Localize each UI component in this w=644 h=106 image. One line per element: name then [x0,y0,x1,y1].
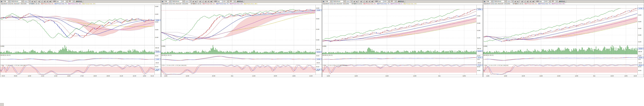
contract-month-value: 11/12 [508,1,511,2]
chart-canvas[interactable]: 11/2511/2811/2911/30Dec12/028,6508,5508,… [322,5,483,77]
chart-window-icon: ▦ [484,1,486,2]
svg-text:11/30: 11/30 [164,75,167,77]
bar-chart-button[interactable]: ▤ [204,1,207,3]
chevron-down-icon[interactable]: ▼ [8,1,10,3]
market-select[interactable]: 先物 ▼ [164,1,171,3]
chevron-down-icon[interactable]: ▼ [394,1,396,3]
svg-text:80.00: 80.00 [638,66,642,67]
symbol-select[interactable]: 日経225mini ▼ [10,1,24,3]
chart-settings-button[interactable]: ▣ [210,1,212,3]
symbol-select[interactable]: 日経225mini ▼ [332,1,346,3]
mode-select[interactable]: 通常 ▼ [551,1,558,3]
period-range-button[interactable]: 横期間指定 [558,1,566,3]
candlestick-chart-button[interactable]: ▮ [521,1,523,3]
chevron-down-icon[interactable]: ▼ [350,1,352,3]
contract-month-select[interactable]: 11/12 ▼ [185,1,192,3]
next-button[interactable]: ▶ [34,1,36,3]
mode-select[interactable]: 通常 ▼ [68,1,74,3]
chevron-down-icon[interactable]: ▼ [233,1,236,3]
bar-chart-button[interactable]: ▤ [44,1,46,3]
timeframe-select[interactable]: 60分 ▼ [544,1,551,3]
window-fragment [0,103,4,106]
svg-text:12:30: 12:30 [309,75,312,77]
grid-toggle-button[interactable]: ⊞ [207,1,210,3]
bars-count-input[interactable] [378,1,383,3]
svg-text:11/25: 11/25 [327,75,330,77]
svg-text:-45.00: -45.00 [477,62,481,63]
grid-toggle-button[interactable]: ⊞ [368,1,370,3]
svg-text:16:30: 16:30 [522,75,525,77]
chevron-down-icon[interactable]: ▼ [189,1,191,3]
chart-canvas[interactable]: 11/2511/2816:3011/2916:3011/30Dec16:3012… [483,5,644,77]
chevron-down-icon[interactable]: ▼ [226,1,229,3]
candlestick-chart-button[interactable]: ▮ [360,1,362,3]
candlestick-chart-button[interactable]: ▮ [199,1,201,3]
bars-count-input[interactable] [217,1,222,3]
chevron-down-icon[interactable]: ▼ [511,1,513,3]
svg-text:8,650: 8,650 [638,14,642,16]
market-select[interactable]: 先物 ▼ [325,1,332,3]
svg-text:8,745: 8,745 [639,8,642,9]
chevron-down-icon[interactable]: ▼ [491,1,493,3]
chevron-down-icon[interactable]: ▼ [169,1,171,3]
chevron-down-icon[interactable]: ▼ [66,1,68,3]
line-chart-button[interactable]: ╱ [524,1,526,3]
chart-settings-button[interactable]: ▣ [371,1,373,3]
symbol-select[interactable]: 日経225mini ▼ [172,1,184,3]
period-range-button[interactable]: 横期間指定 [236,1,244,3]
svg-text:18:40: 18:40 [94,75,97,77]
gear-icon: ▣ [532,1,534,2]
chart-canvas[interactable]: 11/3012:3020:30Dec12:0020:0012/0212:308,… [161,5,322,77]
chevron-down-icon[interactable]: ▼ [72,1,74,3]
timeframe-select[interactable]: 15分 ▼ [222,1,229,3]
toolbar-separator [52,1,52,3]
line-chart-button[interactable]: ╱ [41,1,43,3]
contract-month-select[interactable]: 11/12 ▼ [346,1,352,3]
svg-text:12/02: 12/02 [292,75,296,77]
market-select[interactable]: 先物 ▼ [486,1,493,3]
next-button[interactable]: ▶ [356,1,358,3]
next-button[interactable]: ▶ [195,1,197,3]
chevron-down-icon[interactable]: ▼ [330,1,332,3]
contract-month-select[interactable]: 11/12 ▼ [24,1,30,3]
grid-toggle-button[interactable]: ⊞ [529,1,532,3]
chevron-down-icon[interactable]: ▼ [21,1,23,3]
chevron-down-icon[interactable]: ▼ [343,1,345,3]
svg-text:8,550: 8,550 [638,21,642,22]
timeframe-select[interactable]: 5分 ▼ [62,1,68,3]
bar-chart-button[interactable]: ▤ [526,1,529,3]
candlestick-chart-button[interactable]: ▮ [38,1,40,3]
bars-count-input[interactable] [56,1,61,3]
mode-select[interactable]: 通常 ▼ [390,1,396,3]
chevron-down-icon[interactable]: ▼ [182,1,184,3]
timeframe-select[interactable]: 30分 ▼ [384,1,390,3]
svg-text:80.00: 80.00 [316,66,320,67]
timeframe-select-value: 5分 [62,1,66,2]
chevron-down-icon[interactable]: ▼ [548,1,551,3]
svg-text:Dec: Dec [593,75,596,77]
instrument-label: 日経225(mini 11/12) 1216, 2011/11/24 - 201… [484,3,511,5]
chart-settings-button[interactable]: ▣ [49,1,51,3]
period-range-button[interactable]: 横期間指定 [75,1,83,3]
chart-canvas[interactable]: 03:4005:0012:0013:2014:4016:0017:2018:40… [0,5,161,77]
period-range-button[interactable]: 横期間指定 [397,1,405,3]
market-select[interactable]: 先物 ▼ [3,1,10,3]
chevron-down-icon[interactable]: ▼ [555,1,558,3]
next-button[interactable]: ▶ [517,1,519,3]
symbol-select[interactable]: 日経225mini ▼ [494,1,506,3]
line-chart-button[interactable]: ╱ [363,1,365,3]
bar-chart-button[interactable]: ▤ [366,1,368,3]
chevron-down-icon[interactable]: ▼ [388,1,390,3]
prev-button[interactable]: ◀ [31,1,33,3]
bars-count-input[interactable] [539,1,544,3]
chevron-down-icon[interactable]: ▼ [28,1,30,3]
prev-button[interactable]: ◀ [514,1,516,3]
line-chart-button[interactable]: ╱ [202,1,204,3]
chart-settings-button[interactable]: ▣ [532,1,534,3]
prev-button[interactable]: ◀ [353,1,355,3]
mode-select[interactable]: 通常 ▼ [229,1,236,3]
prev-button[interactable]: ◀ [192,1,194,3]
grid-toggle-button[interactable]: ⊞ [46,1,48,3]
contract-month-select[interactable]: 11/12 ▼ [507,1,514,3]
chevron-down-icon[interactable]: ▼ [504,1,506,3]
